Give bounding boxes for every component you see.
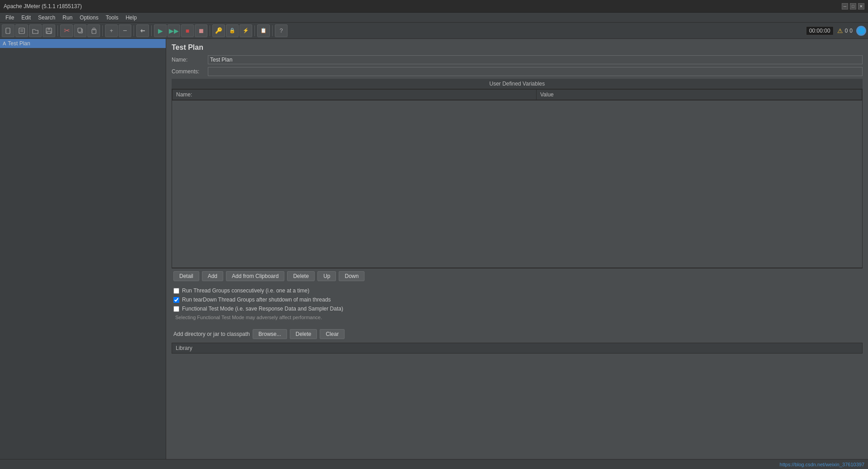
run-thread-groups-row: Run Thread Groups consecutively (i.e. on… — [173, 287, 861, 294]
browse-button[interactable]: Browse... — [253, 329, 287, 339]
toolbar-start-button[interactable]: ▶ — [154, 24, 167, 37]
toolbar-copy-button[interactable] — [74, 24, 86, 37]
tree-item-testplan[interactable]: A Test Plan — [0, 39, 166, 48]
close-button[interactable]: ✕ — [858, 3, 864, 10]
toolbar-templates-button[interactable] — [15, 24, 28, 37]
classpath-delete-button[interactable]: Delete — [290, 329, 317, 339]
menu-bar: File Edit Search Run Options Tools Help — [0, 13, 868, 23]
menu-file[interactable]: File — [2, 14, 18, 22]
svg-rect-6 — [47, 31, 51, 34]
app-title: Apache JMeter (5.1.1 r1855137) — [4, 3, 82, 10]
classpath-row: Add directory or jar to classpath Browse… — [172, 327, 863, 341]
name-input[interactable] — [208, 55, 863, 64]
detail-button[interactable]: Detail — [173, 271, 199, 281]
toolbar-cut-button[interactable]: ✂ — [60, 24, 73, 37]
run-thread-groups-checkbox[interactable] — [173, 288, 179, 294]
run-teardown-label: Run tearDown Thread Groups after shutdow… — [182, 297, 331, 303]
toolbar-paste-button[interactable] — [87, 24, 100, 37]
up-button[interactable]: Up — [317, 271, 336, 281]
variables-table: Name: Value — [172, 89, 862, 100]
toolbar-open-button[interactable] — [29, 24, 42, 37]
clear-button[interactable]: Clear — [320, 329, 345, 339]
warning-area: ⚠ 0 0 — [837, 27, 853, 34]
restore-button[interactable]: □ — [850, 3, 856, 10]
right-panel: Test Plan Name: Comments: User Defined V… — [166, 39, 868, 469]
toolbar-remote-start-button[interactable]: 🔑 — [212, 24, 225, 37]
svg-rect-1 — [19, 28, 24, 34]
run-teardown-checkbox[interactable] — [173, 297, 179, 303]
warning-icon: ⚠ — [837, 27, 843, 34]
testplan-icon: A — [3, 41, 6, 46]
status-url: https://blog.csdn.net/weixin_37610397 — [780, 462, 864, 467]
main-layout: A Test Plan Test Plan Name: Comments: Us… — [0, 39, 868, 469]
resize-handle[interactable] — [164, 39, 166, 469]
minimize-button[interactable]: ─ — [842, 3, 848, 10]
user-defined-variables-title: User Defined Variables — [172, 79, 863, 89]
panel-title: Test Plan — [172, 43, 863, 52]
col-value: Value — [536, 90, 862, 100]
globe-button[interactable]: 🌐 — [856, 26, 866, 36]
title-bar: Apache JMeter (5.1.1 r1855137) ─ □ ✕ — [0, 0, 868, 13]
error-count: 0 — [849, 28, 853, 34]
functional-note: Selecting Functional Test Mode may adver… — [175, 315, 861, 320]
name-field-row: Name: — [172, 55, 863, 64]
toolbar-separator-2 — [102, 25, 103, 36]
classpath-label: Add directory or jar to classpath — [173, 331, 250, 337]
comments-field-row: Comments: — [172, 67, 863, 76]
toolbar-new-button[interactable] — [2, 24, 14, 37]
name-label: Name: — [172, 57, 208, 63]
library-col-header: Library — [172, 343, 863, 354]
library-table: Library — [172, 343, 863, 354]
down-button[interactable]: Down — [339, 271, 364, 281]
menu-run[interactable]: Run — [59, 14, 76, 22]
toolbar-function-button[interactable]: ? — [275, 24, 288, 37]
add-button[interactable]: Add — [202, 271, 223, 281]
left-panel: A Test Plan — [0, 39, 166, 469]
functional-test-mode-label: Functional Test Mode (i.e. save Response… — [182, 306, 343, 312]
svg-rect-0 — [6, 28, 10, 34]
content-area: Test Plan Name: Comments: User Defined V… — [166, 39, 868, 358]
svg-rect-5 — [48, 28, 50, 30]
toolbar: ✂ + − ▶ ▶▶ ■ ⏹ — [0, 23, 868, 39]
functional-test-mode-checkbox[interactable] — [173, 306, 179, 312]
comments-input[interactable] — [208, 67, 863, 76]
toolbar-remote-stop-button[interactable]: 🔒 — [226, 24, 239, 37]
toolbar-separator-1 — [58, 25, 58, 36]
menu-tools[interactable]: Tools — [102, 14, 122, 22]
toolbar-start-nopause-button[interactable]: ▶▶ — [168, 24, 180, 37]
toolbar-save-button[interactable] — [43, 24, 55, 37]
delete-button[interactable]: Delete — [287, 271, 315, 281]
toolbar-shutdown-button[interactable]: ⏹ — [195, 24, 207, 37]
status-bar: https://blog.csdn.net/weixin_37610397 — [0, 459, 868, 469]
tree-item-label: Test Plan — [8, 40, 30, 47]
add-from-clipboard-button[interactable]: Add from Clipboard — [226, 271, 284, 281]
run-teardown-row: Run tearDown Thread Groups after shutdow… — [173, 297, 861, 303]
toolbar-log-errors-button[interactable]: 📋 — [257, 24, 270, 37]
menu-search[interactable]: Search — [34, 14, 59, 22]
table-empty-area[interactable] — [172, 100, 863, 268]
variables-table-wrapper: Name: Value — [172, 89, 863, 100]
menu-help[interactable]: Help — [122, 14, 140, 22]
toolbar-expand-button[interactable]: + — [105, 24, 118, 37]
checkbox-section: Run Thread Groups consecutively (i.e. on… — [172, 284, 863, 327]
menu-options[interactable]: Options — [76, 14, 102, 22]
toolbar-stop-button[interactable]: ■ — [181, 24, 194, 37]
functional-test-mode-row: Functional Test Mode (i.e. save Response… — [173, 306, 861, 312]
comments-label: Comments: — [172, 68, 208, 75]
library-section: Library — [172, 343, 863, 354]
window-controls: ─ □ ✕ — [842, 3, 864, 10]
toolbar-separator-6 — [254, 25, 255, 36]
toolbar-separator-7 — [272, 25, 273, 36]
run-thread-groups-label: Run Thread Groups consecutively (i.e. on… — [182, 287, 309, 294]
toolbar-separator-4 — [151, 25, 152, 36]
toolbar-collapse-button[interactable]: − — [119, 24, 131, 37]
toolbar-right: 00:00:00 ⚠ 0 0 🌐 — [806, 26, 866, 36]
variables-button-row: Detail Add Add from Clipboard Delete Up … — [172, 268, 863, 284]
col-name: Name: — [173, 90, 537, 100]
toolbar-remote-exit-button[interactable]: ⚡ — [240, 24, 252, 37]
toolbar-toggle-button[interactable] — [136, 24, 149, 37]
toolbar-separator-5 — [210, 25, 210, 36]
timer-display: 00:00:00 — [806, 26, 834, 35]
menu-edit[interactable]: Edit — [18, 14, 34, 22]
svg-rect-8 — [78, 28, 82, 32]
